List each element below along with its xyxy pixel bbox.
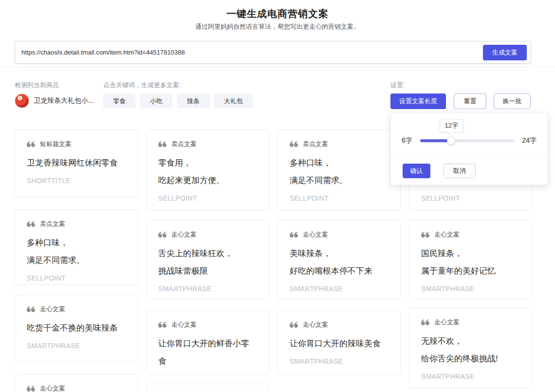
slider-value-tooltip: 12字: [440, 119, 463, 132]
card-header: 走心文案: [158, 320, 257, 329]
card-type-label: 卖点文案: [40, 220, 65, 228]
generate-copy-button[interactable]: 生成文案: [483, 45, 527, 60]
card-header: 走心文案: [421, 318, 520, 327]
copy-card[interactable]: 卖点文案 零食用，吃起来更加方便。 SELLPOINT: [146, 130, 269, 210]
card-type-label: 走心文案: [40, 305, 65, 314]
card-type-label: 走心文案: [303, 320, 328, 329]
quote-icon: [27, 141, 35, 147]
card-category: SELLPOINT: [27, 274, 126, 282]
copy-text-line: 美味辣条，: [290, 245, 388, 262]
confirm-button[interactable]: 确认: [403, 164, 430, 178]
copy-card[interactable]: 卖点文案 多种口味，满足不同需求。 SELLPOINT: [278, 130, 401, 210]
card-copy-text: 国民辣条，属于童年的美好记忆: [421, 245, 520, 280]
card-copy-text: 让你胃口大开的辣味美食: [290, 335, 388, 353]
quote-icon: [290, 232, 298, 238]
copy-text-line: 满足不同需求。: [27, 252, 126, 269]
card-category: SHORTTITLE: [27, 177, 126, 185]
quote-icon: [27, 306, 35, 312]
keywords-hint-label: 点击关键词，生成更多文案:: [103, 81, 181, 90]
slider-min-label: 6字: [402, 136, 412, 145]
copy-text-line: 让你胃口大开的鲜香小零食: [158, 335, 257, 370]
card-category: SELLPOINT: [158, 194, 257, 202]
slider-max-label: 24字: [522, 136, 536, 145]
keyword-tag[interactable]: 辣条: [177, 93, 209, 108]
copy-text-line: 多种口味，: [290, 154, 388, 172]
copy-text-line: 好吃的嘴根本停不下来: [290, 262, 388, 280]
card-type-label: 走心文案: [303, 230, 328, 239]
card-header: 走心文案: [290, 320, 388, 329]
length-slider[interactable]: 12字: [420, 136, 515, 145]
url-input-container: 生成文案: [15, 41, 531, 64]
copy-card[interactable]: 走心文案 无辣不欢，给你舌尖的终极挑战! SMARTPHRASE: [409, 308, 532, 389]
card-category: SELLPOINT: [290, 194, 388, 202]
copy-text-line: 挑战味蕾极限: [158, 262, 257, 280]
card-type-label: 短标题文案: [40, 140, 72, 149]
card-copy-text: 卫龙香辣味网红休闲零食: [27, 154, 126, 172]
refresh-batch-button[interactable]: 换一批: [494, 93, 531, 109]
page-subtitle: 通过阿里妈妈自然语言算法，帮您写出更走心的营销文案。: [0, 22, 555, 31]
keyword-tag[interactable]: 零食: [103, 93, 135, 108]
copy-card[interactable]: 走心文案 国民辣条，属于童年的美好记忆 SMARTPHRASE: [409, 220, 532, 299]
card-header: 走心文案: [27, 305, 126, 314]
card-type-label: 走心文案: [171, 320, 197, 329]
copy-card[interactable]: 走心文案 让你胃口大开的辣味美食 SMARTPHRASE: [278, 310, 401, 375]
quote-icon: [421, 232, 429, 238]
quote-icon: [158, 232, 166, 238]
copy-text-line: 舌尖上的辣味狂欢，: [158, 245, 257, 262]
copy-text-line: 国民辣条，: [421, 245, 520, 262]
quote-icon: [158, 322, 166, 328]
copy-card[interactable]: 卖点文案 多种口味，满足不同需求。 SELLPOINT: [15, 209, 138, 285]
copy-card[interactable]: [146, 384, 269, 392]
card-header: 卖点文案: [27, 220, 126, 228]
slider-handle[interactable]: [447, 136, 456, 145]
card-copy-text: 零食用，吃起来更加方便。: [158, 154, 257, 189]
cancel-button[interactable]: 取消: [444, 164, 476, 178]
card-category: SMARTPHRASE: [421, 285, 520, 293]
quote-icon: [421, 319, 429, 325]
keyword-tag[interactable]: 小吃: [140, 93, 172, 108]
card-copy-text: 吃货千金不换的美味辣条: [27, 319, 126, 337]
length-slider-section: 6字 12字 24字: [391, 113, 547, 157]
copy-card[interactable]: 走心文案 美味辣条，好吃的嘴根本停不下来 SMARTPHRASE: [278, 220, 401, 299]
copy-length-popup: 6字 12字 24字 确认 取消: [390, 112, 548, 185]
card-header: 走心文案: [27, 384, 126, 392]
detected-product: 卫龙辣条大礼包小...: [15, 93, 94, 108]
product-url-input[interactable]: [16, 42, 478, 63]
quote-icon: [290, 141, 298, 147]
card-copy-text: 让你胃口大开的鲜香小零食: [158, 335, 257, 370]
card-header: 走心文案: [421, 230, 520, 239]
card-category: SMARTPHRASE: [27, 342, 126, 350]
card-type-label: 走心文案: [171, 230, 197, 239]
keyword-tag[interactable]: 大礼包: [214, 93, 253, 108]
set-copy-length-button[interactable]: 设置文案长度: [390, 93, 446, 109]
copy-card[interactable]: 短标题文案 卫龙香辣味网红休闲零食 SHORTTITLE: [15, 130, 138, 197]
card-header: 卖点文案: [158, 140, 257, 149]
copy-card[interactable]: 走心文案 让你胃口大开的鲜香小零食 SMARTPHRASE: [146, 310, 269, 375]
card-header: 走心文案: [158, 230, 257, 239]
copy-text-line: 吃起来更加方便。: [158, 172, 257, 189]
copy-card[interactable]: 走心文案 吃货千金不换的美味辣条 SMARTPHRASE: [15, 295, 138, 362]
reset-button[interactable]: 重置: [454, 93, 486, 109]
card-category: SMARTPHRASE: [158, 285, 257, 293]
settings-label: 设置:: [390, 81, 405, 90]
card-category: SMARTPHRASE: [290, 357, 388, 365]
quote-icon: [290, 322, 298, 328]
card-header: 短标题文案: [27, 140, 126, 149]
product-name: 卫龙辣条大礼包小...: [34, 96, 94, 105]
card-header: 走心文案: [290, 230, 388, 239]
copy-card[interactable]: 走心文案 舌尖上的辣味狂欢，挑战味蕾极限 SMARTPHRASE: [146, 220, 269, 299]
card-type-label: 走心文案: [434, 230, 460, 239]
card-copy-text: 舌尖上的辣味狂欢，挑战味蕾极限: [158, 245, 257, 280]
header-divider: [0, 67, 555, 67]
quote-icon: [158, 141, 166, 147]
copy-text-line: 吃货千金不换的美味辣条: [27, 319, 126, 337]
card-copy-text: 多种口味，满足不同需求。: [27, 234, 126, 269]
quote-icon: [27, 386, 35, 392]
copy-text-line: 属于童年的美好记忆: [421, 262, 520, 280]
marketing-copy-generator-page: 一键生成电商营销文案 通过阿里妈妈自然语言算法，帮您写出更走心的营销文案。 生成…: [0, 0, 555, 392]
copy-card[interactable]: 走心文案: [15, 374, 138, 392]
keyword-tags: 零食小吃辣条大礼包: [103, 93, 258, 108]
card-copy-text: 美味辣条，好吃的嘴根本停不下来: [290, 245, 388, 280]
copy-text-line: 无辣不欢，: [421, 333, 520, 350]
page-title: 一键生成电商营销文案: [0, 7, 555, 20]
